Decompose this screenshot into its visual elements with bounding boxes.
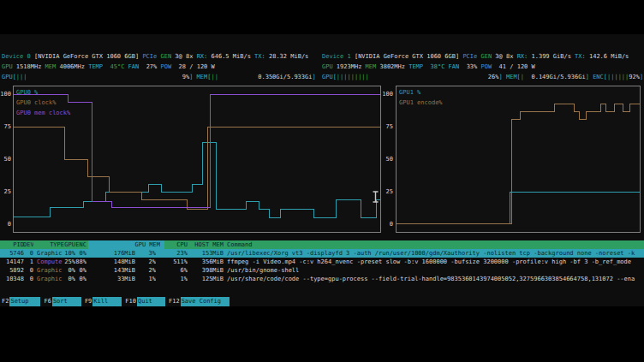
cell-mem_pct: 2% [142,258,156,266]
text-segment: 33% [459,63,480,70]
cell-pid: 5746 [2,249,24,258]
text-segment: RX: [197,53,208,60]
text-segment: 3@ 8x [171,53,197,60]
cell-pid: 10348 [2,275,24,283]
text-segment: 92% [629,74,640,80]
fkey-sort[interactable]: F6Sort [43,297,80,306]
fkey-key-label: F9 [84,297,92,306]
cell-gpu: 25% [61,258,75,266]
text-segment: MEM[ [506,74,521,80]
cell-dev: 0 [23,249,33,258]
text-segment: 9% [27,74,190,80]
text-segment: PCIe [462,53,477,60]
text-segment: 45°C [110,63,124,70]
cell-cpu: 511% [163,258,188,266]
legend-gpu1-encode-: GPU1 encode% [399,98,443,109]
mouse-cursor-ibeam [372,191,379,203]
cell-host_mem: 356MiB [191,258,224,266]
nvtop-terminal: Device 0 [NVIDIA GeForce GTX 1060 6GB] P… [0,34,644,306]
cell-enc: 0% [75,266,86,275]
fkey-save-config[interactable]: F12Save Config [168,297,230,306]
cell-mem_pct: 3% [142,249,156,258]
cell-mem: 33MiB [111,275,135,283]
cell-command: ffmpeg -i Video.mp4 -c:v h264_nvenc -pre… [227,258,643,266]
text-segment: GPU [2,63,13,70]
text-segment: GEN [480,53,492,60]
text-segment: 1518MHz [13,63,45,70]
cell-gpu: 0% [61,266,75,275]
y-tick-label: 75 [0,122,11,131]
cell-pid: 5892 [2,266,24,275]
cell-mem: 143MiB [111,266,135,275]
y-tick-label: 25 [0,187,11,196]
process-row-5892[interactable]: 58920Graphic0%0%143MiB2%6%398MiB/usr/bin… [0,266,644,275]
y-tick-label: 50 [0,155,11,163]
text-segment: MEM [366,63,377,70]
function-key-bar: F2SetupF6SortF9KillF10QuitF12Save Config [1,297,230,306]
legend-gpu0-: GPU0 % [16,88,70,98]
text-segment: TEMP [408,63,423,70]
cell-enc: 0% [75,275,86,283]
y-tick-label: 0 [382,220,393,228]
text-segment: 1923MHz [333,63,366,70]
text-segment: 41 / 120 W [492,63,535,70]
process-row-5746[interactable]: 57460Graphic10%0%176MiB3%23%153MiB/usr/l… [0,249,644,258]
series-gpu1- [397,193,640,224]
fkey-action-label: Kill [92,297,122,306]
text-segment: GPU[ [2,74,16,80]
text-segment: TEMP [88,63,103,70]
text-segment: ||| [16,74,27,80]
cell-dev: 0 [23,275,33,283]
text-segment: 0.350Gi/5.933Gi [218,74,313,80]
cell-mem: 148MiB [111,258,135,266]
cell-host_mem: 125MiB [191,275,224,283]
column-header-cpu: CPU [163,240,188,249]
gpu1-history-chart: GPU1 %GPU1 encode% [396,86,641,233]
device-0-stats-line: GPU 1518MHz MEM 4006MHz TEMP 45°C FAN 27… [2,62,215,71]
cell-pid: 14147 [2,258,24,266]
cell-enc: 0% [75,249,86,258]
device-1-title-line: Device 1 [NVIDIA GeForce GTX 1060 6GB] P… [322,52,629,61]
process-row-14147[interactable]: 141471Compute25%88%148MiB2%511%356MiBffm… [0,258,644,266]
y-tick-label: 100 [382,90,393,98]
text-segment: PCIe [142,53,157,60]
column-header-host-mem: HOST MEM [191,240,224,249]
text-segment: || [211,74,218,80]
text-segment: 1.399 GiB/s [528,53,575,60]
y-tick-label: 75 [382,122,393,131]
fkey-key-label: F2 [1,297,9,306]
chart-legend: GPU1 %GPU1 encode% [399,88,443,109]
device-1-bars-line: GPU[||||||||| 26%] MEM[| 0.149Gi/5.936Gi… [322,73,643,81]
cell-command: /usr/share/code/code --type=gpu-process … [227,275,643,283]
cell-gpu: 10% [61,249,75,258]
text-segment: ] [640,74,643,80]
device-0-title-line: Device 0 [NVIDIA GeForce GTX 1060 6GB] P… [2,52,308,61]
series-gpu1-encode- [397,104,640,224]
text-segment: FAN [128,63,140,70]
fkey-kill[interactable]: F9Kill [84,297,122,306]
cell-enc: 88% [75,258,86,266]
column-header-enc: ENC [75,240,86,249]
fkey-setup[interactable]: F2Setup [1,297,40,306]
fkey-quit[interactable]: F10Quit [124,297,165,306]
text-segment: 27% [139,63,160,70]
legend-gpu1-: GPU1 % [399,88,443,98]
process-row-10348[interactable]: 103480Graphic0%0%33MiB1%1%125MiB/usr/sha… [0,275,644,283]
text-segment: MEM [45,63,57,70]
cell-command: /usr/bin/gnome-shell [227,266,643,275]
cell-host_mem: 398MiB [191,266,224,275]
gpu0-history-chart: GPU0 %GPU0 clock%GPU0 mem clock% [13,86,381,233]
fkey-action-label: Quit [137,297,165,306]
text-segment: GPU[ [322,74,337,80]
cell-cpu: 1% [163,275,188,283]
text-segment: GPU [322,63,333,70]
text-segment: FAN [449,63,460,70]
text-segment: 28 / 120 W [171,63,215,70]
device-1-stats-line: GPU 1923MHz MEM 3802MHz TEMP 38°C FAN 33… [322,62,535,71]
text-segment: TX: [254,53,265,60]
fkey-key-label: F6 [43,297,51,306]
process-table-header: PIDDEVTYPEGPUENCGPU MEMCPUHOST MEMComman… [0,240,644,249]
text-segment: Device 0 [2,53,31,60]
legend-gpu0-mem-clock-: GPU0 mem clock% [16,109,70,119]
cell-command: /usr/libexec/Xorg vt3 -displayfd 3 -auth… [227,249,643,258]
